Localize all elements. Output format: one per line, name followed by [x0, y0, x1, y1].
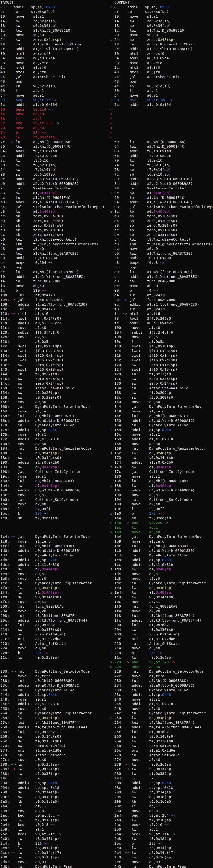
target-line: 264: lui a1,0x3db2: [0, 730, 107, 734]
diff-row: 44: jal ActorShape_Init 44: jal ActorSha…: [0, 74, 213, 79]
current-line: i 23c: addiu a1,sp,0x48: [107, 692, 213, 697]
diff-row: 68: li at,1 <: [0, 116, 213, 121]
target-line: 1bc: b 280 ~>: [0, 511, 107, 516]
diff-row: 220: jal Actor_SetScale 210: jal Actor_S…: [0, 641, 213, 646]
diff-row: 2b4: beqz v0,2f8 ~> 2ac: beqz v0,2f0 ~>: [0, 822, 213, 827]
current-line: s 16c: lw a3,0x48(sp): [107, 451, 213, 455]
current-line: 2b8: lw t8,0x18(sp): [107, 836, 213, 841]
current-line: 27c: ~> lw s0,0x34(sp): [107, 767, 213, 771]
current-line: s 188: lw a1,0x40(sp): [107, 483, 213, 488]
target-line: 2d0: sw a3,0x1c(sp): [0, 855, 107, 860]
diff-row: 1e8: move a2,s0 1d8: move a2,s0: [0, 576, 213, 581]
current-line: 130: sw zero,0x24(sp): [107, 381, 213, 385]
current-line: 54: move a0,s1: [107, 93, 213, 98]
current-line: 284: jr ra: [107, 776, 213, 780]
current-line: 270: jal Actor_SetScale: [107, 753, 213, 757]
diff-row: 54: move a0,s1 54: move a0,s1: [0, 93, 213, 98]
current-line: 294: sw a0,0x18(sp): [107, 795, 213, 799]
diff-row: 288: lw s1,0x38(sp) 280: lw s1,0x38(sp): [0, 771, 213, 776]
current-line: 1a4: sb t2,0xae(s0): [107, 516, 213, 520]
current-line: 25c: lui a1,0x3db2: [107, 730, 213, 734]
diff-row: 1f0: lw a3,0x4c(sp) s 1e0: lw a3,0x48(sp…: [0, 585, 213, 590]
diff-row: 1c8: move a1,zero 1b8: move a1,zero: [0, 539, 213, 544]
diff-row: 2b0: lw t7,0x18(sp) 2a8: lw t7,0x18(sp): [0, 818, 213, 822]
current-line: 10c: li a3,0x5a: [107, 339, 213, 344]
target-line: 13c: sw zero,0x1c(sp): [0, 362, 107, 367]
target-line: 1d0: addiu a0,a0,%lo(D_06001830): [0, 548, 107, 553]
target-line: 178: move a0,s1: [0, 432, 107, 437]
target-line: 260: addiu t4,t4,%lo(func_80A87F44): [0, 725, 107, 730]
diff-row: 2a8: move a3,a1 2a0: move a3,a1: [0, 808, 213, 813]
current-line: 278: ~> lw ra,0x3c(sp): [107, 762, 213, 767]
diff-row: 1a4: lw a1,0x44(sp) s 188: lw a1,0x40(sp…: [0, 483, 213, 488]
target-line: 14: sw ra,0x3c(sp): [0, 19, 107, 23]
target-line: 2c8: lw ra,0x14(sp): [0, 845, 107, 850]
target-line: c4: sb zero,0x30f(s0): [0, 223, 107, 228]
target-line: 134: swc1 $f10,0x14(sp): [0, 353, 107, 358]
target-line: 200: jal func_8003ECA8: [0, 604, 107, 609]
target-line: 298: sw ra,0x14(sp): [0, 790, 107, 795]
target-line: 1c0: sb t2,0xae(s0): [0, 516, 107, 520]
current-line: s 1e4: lw a1,0x40(sp): [107, 590, 213, 595]
diff-row: 298: sw ra,0x14(sp) 290: sw ra,0x14(sp): [0, 790, 213, 795]
current-line: 2cc: move a0,a3: [107, 860, 213, 864]
diff-row: 84: addiu t6,s0,0x1a8 68: addiu t6,s0,0x…: [0, 149, 213, 153]
current-line: 2a0: move a3,a1: [107, 808, 213, 813]
diff-row: ac: lui a1,%hi(D_06001F4C) 90: lui a1,%h…: [0, 195, 213, 200]
diff-row: 118: addiu a0,s1,0x1c24 fc: addiu a0,s1,…: [0, 320, 213, 325]
current-line: 3c: mfc1 a1,$f0: [107, 65, 213, 70]
diff-row: 150: jal Actor_SpawnAsChild 134: jal Act…: [0, 385, 213, 390]
current-line: <: [107, 121, 213, 125]
current-line: <: [107, 130, 213, 135]
diff-row: 5c: addiu a1,s0,0x164 5c: addiu a1,s0,0x…: [0, 102, 213, 107]
current-line: e4: lui at,0x4120: [107, 293, 213, 297]
diff-row: 1d8: addiu a1,sp,0x4c i 1c8: addiu a1,sp…: [0, 557, 213, 562]
diff-row: 218: sw zero,0x134(s0) 208: sw zero,0x13…: [0, 632, 213, 637]
current-line: 2c: addiu a1,a1,%lo(D_80A88CE0): [107, 46, 213, 51]
target-line: 2cc: ~> lw a2,0x14c(t7): [0, 850, 107, 855]
diff-row: 280: ~> lw ra,0x3c(sp) 278: ~> lw ra,0x3…: [0, 762, 213, 767]
target-line: 38: move a2,zero: [0, 60, 107, 65]
target-line: 128: li a3,0x5a: [0, 339, 107, 344]
current-line: 110: swc1 $f8,0x10(sp): [107, 344, 213, 348]
target-line: dc: lui a1,%hi(func_80A87C30): [0, 251, 107, 255]
diff-row: 240: jal DynaPolyInfo_Alloc 238: jal Dyn…: [0, 687, 213, 692]
target-line: 254: jal DynaPolyInfo_RegisterActor: [0, 711, 107, 715]
target-line: 130: lwc1 $f10,0x28(s0): [0, 348, 107, 353]
diff-row: 28: jal Actor_ProcessInitChain 28: jal A…: [0, 42, 213, 46]
diff-row: 128: li a3,0x5a 10c: li a3,0x5a: [0, 339, 213, 344]
target-line: [0, 664, 107, 669]
current-line: i 8: addiu sp,sp,-0x50: [107, 5, 213, 9]
diff-row: 74: b 284 ~> <: [0, 130, 213, 135]
diff-row: 2c4: b 310 ~> 2bc: b 308 ~>: [0, 841, 213, 845]
diff-row: c4: sb zero,0x30f(s0) a8: sb zero,0x30f(…: [0, 223, 213, 228]
diff-row: 60: beqz v0,1c4 ~> <: [0, 107, 213, 112]
diff-row: 24: sw zero,0x4c(sp) s 24: sw zero,0x48(…: [0, 37, 213, 42]
target-line: 230: ~> jal DynaPolyInfo_SetActorMove: [0, 669, 107, 674]
diff-row: 50: li at,-1 50: li at,-1: [0, 88, 213, 93]
current-line: 208: sw zero,0x134(s0): [107, 632, 213, 637]
target-line: 26c: sw t4,0x130(s0): [0, 739, 107, 743]
current-line: 2b4: beql v0,at,2f4 ~>: [107, 832, 213, 836]
diff-row: 210: lui a1,0x3db2 200: lui a1,0x3db2: [0, 622, 213, 627]
current-line: 2a8: lw t7,0x18(sp): [107, 818, 213, 822]
diff-row: 1e4: move a0,s1 1d4: move a0,s1: [0, 571, 213, 576]
target-line: 118: addiu a0,s1,0x1c24: [0, 320, 107, 325]
target-line: f4: jal func_80A87800: [0, 279, 107, 283]
current-line: i 1a0: b 278 ~>: [107, 511, 213, 516]
diff-row: 270: sw zero,0x134(s0) 268: sw zero,0x13…: [0, 743, 213, 748]
current-line: cc: nop: [107, 265, 213, 270]
diff-row: 20: move s0,a0 20: move s0,a0: [0, 33, 213, 37]
diff-row: 148: sw zero,0x28(sp) 12c: sw zero,0x28(…: [0, 376, 213, 381]
current-line: 98: jal SkelAnime_ChangeAnimDefaultRepea…: [107, 205, 213, 209]
diff-row: 34: addiu a0,s0,0xb4 34: addiu a0,s0,0xb…: [0, 56, 213, 60]
current-line: <: [107, 116, 213, 121]
diff-row: 70: move a0,s0 <: [0, 125, 213, 130]
current-line: f8: lwc1 $f4,0x24(s0): [107, 316, 213, 320]
current-line: 29c: li at,-1: [107, 804, 213, 808]
current-line: 104: sub.s $f8,$f4,$f6: [107, 330, 213, 335]
target-line: 268: sw v0,0x14c(s0): [0, 734, 107, 739]
target-line: d8: move a0,s0: [0, 246, 107, 251]
diff-row: b0: addiu a1,a1,%lo(D_06001F4C) 94: addi…: [0, 200, 213, 205]
target-line: 1b0: jal Collider_SetCylinder: [0, 497, 107, 502]
